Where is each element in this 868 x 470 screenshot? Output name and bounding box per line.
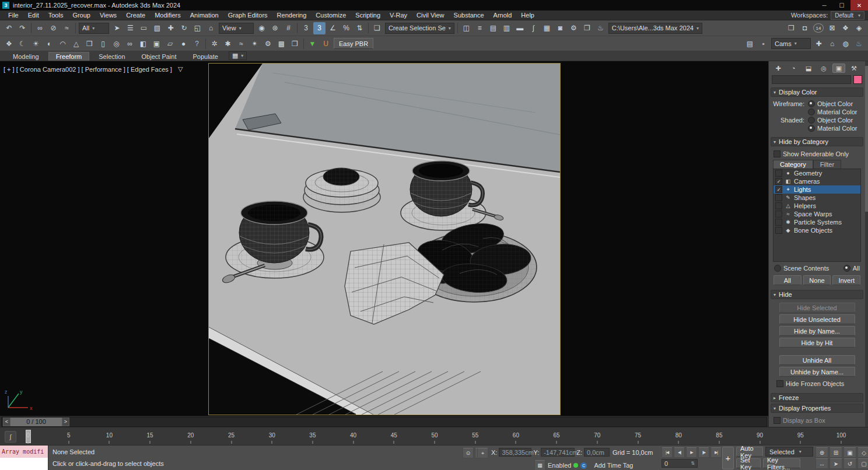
scene-container-icon[interactable]: ❒ xyxy=(785,22,797,34)
radio-shaded-object-color[interactable]: Object Color xyxy=(808,117,857,124)
time-slider-next-arrow[interactable]: > xyxy=(62,418,69,426)
menu-substance[interactable]: Substance xyxy=(449,12,489,19)
hide-frozen-objects-checkbox[interactable]: Hide Frozen Objects xyxy=(776,380,860,387)
category-row-lights[interactable]: ✦Lights xyxy=(774,185,860,194)
mirror-icon[interactable]: ◫ xyxy=(460,22,473,34)
monitor-tool-icon[interactable]: ▣ xyxy=(150,37,163,50)
radio-scene-contents[interactable]: Scene Contents xyxy=(774,265,829,272)
auto-key-button[interactable]: Auto Key xyxy=(736,447,763,457)
key-mode-dropdown[interactable]: Selected▾ xyxy=(765,447,813,457)
menu-views[interactable]: Views xyxy=(95,12,121,19)
bind-tool-icon[interactable]: ∞ xyxy=(124,37,136,50)
door-tool-icon[interactable]: ▯ xyxy=(97,37,109,50)
category-tab-filter[interactable]: Filter xyxy=(813,160,841,169)
camera-tool-icon[interactable]: ◧ xyxy=(137,37,149,50)
display-tab-icon[interactable]: ▣ xyxy=(832,64,845,73)
project-folder-dropdown[interactable]: C:\Users\Ale...3ds Max 2024▾ xyxy=(608,23,702,34)
time-slider-handle[interactable]: 0 / 100 xyxy=(10,418,62,426)
percent-snap-icon[interactable]: % xyxy=(340,22,352,34)
open-mini-curve-editor-icon[interactable]: ∫ xyxy=(5,431,16,443)
corona-icon[interactable]: C xyxy=(580,462,587,469)
tree-scatter-icon[interactable]: ✲ xyxy=(208,37,220,50)
play-animation-button[interactable]: ▶ xyxy=(686,447,697,458)
plate-stack[interactable] xyxy=(303,168,380,212)
select-object-icon[interactable]: ➤ xyxy=(111,22,123,34)
menu-tools[interactable]: Tools xyxy=(44,12,68,19)
render-last-icon[interactable]: ♨ xyxy=(853,37,865,50)
easy-pbr-button[interactable]: Easy PBR xyxy=(334,38,373,49)
menu-edit[interactable]: Edit xyxy=(23,12,44,19)
toolbar-badge-14[interactable]: 14 xyxy=(813,23,824,33)
sphere-tool-icon[interactable]: ● xyxy=(177,37,190,50)
pan-icon[interactable]: ↔ xyxy=(816,458,828,469)
per-view-filter-icon[interactable]: ▽ xyxy=(178,65,183,73)
viewport-area[interactable]: [ + ] [ Corona Camera002 ] [ Performance… xyxy=(0,61,768,416)
half-shade-icon[interactable]: ◐ xyxy=(43,37,55,50)
zoom-extents-icon[interactable]: ▣ xyxy=(844,447,856,458)
y-coordinate-field[interactable]: -147,741cm xyxy=(541,448,575,457)
display-as-box-checkbox[interactable]: Display as Box xyxy=(774,417,860,424)
time-slider-prev-arrow[interactable]: < xyxy=(3,418,10,426)
select-by-name-icon[interactable]: ☰ xyxy=(124,22,136,34)
help-icon[interactable]: ? xyxy=(191,37,203,50)
command-panel-scrollbar[interactable] xyxy=(865,61,868,427)
all-button[interactable]: All xyxy=(774,275,802,285)
gear-tool-icon[interactable]: ⚙ xyxy=(262,37,274,50)
menu-graph-editors[interactable]: Graph Editors xyxy=(223,12,272,19)
spinner-arrows-icon[interactable]: ⇅ xyxy=(691,461,695,466)
render-production-icon[interactable]: ♨ xyxy=(594,22,607,34)
field-of-view-icon[interactable]: ◇ xyxy=(858,447,868,458)
ribbon-tab-freeform[interactable]: Freeform xyxy=(48,52,90,61)
selection-filter-dropdown[interactable]: All▾ xyxy=(79,23,109,34)
undo-icon[interactable]: ↶ xyxy=(3,22,15,34)
radio-wireframe-object-color[interactable]: Object Color xyxy=(808,100,857,107)
unhide-by-name-button[interactable]: Unhide by Name... xyxy=(779,367,855,377)
hide-by-hit-button[interactable]: Hide by Hit xyxy=(779,338,855,348)
category-row-particle-systems[interactable]: ✱Particle Systems xyxy=(774,218,860,226)
ring-tool-icon[interactable]: ◎ xyxy=(110,37,123,50)
time-slider-track[interactable]: < 0 / 100 > xyxy=(1,417,767,427)
category-row-space-warps[interactable]: ≈Space Warps xyxy=(774,210,860,218)
walk-through-icon[interactable]: ➤ xyxy=(830,458,842,469)
curve-editor-icon[interactable]: ∫ xyxy=(527,22,540,34)
radio-all[interactable]: All xyxy=(844,265,860,272)
camera-viewport[interactable] xyxy=(208,63,561,415)
x-coordinate-field[interactable]: 358,335cm xyxy=(499,448,531,457)
hide-by-category-header[interactable]: ▾ Hide by Category xyxy=(771,137,863,146)
add-time-tag-button[interactable]: Add Time Tag xyxy=(594,462,633,469)
category-row-bone-objects[interactable]: ◆Bone Objects xyxy=(774,226,860,234)
snaps-toggle-2d-icon[interactable]: 3 xyxy=(300,22,312,34)
clipboard-icon[interactable]: ❐ xyxy=(289,37,301,50)
next-frame-button[interactable]: |▶ xyxy=(698,447,709,458)
edit-named-selections-icon[interactable]: ❏ xyxy=(371,22,383,34)
viewport-label[interactable]: [ + ] [ Corona Camera002 ] [ Performance… xyxy=(4,65,183,73)
container-tool-icon[interactable]: ❒ xyxy=(83,37,96,50)
set-keys-button[interactable]: + xyxy=(722,447,734,469)
transform-typein-toggle-icon[interactable]: ⌖ xyxy=(477,448,488,458)
menu-group[interactable]: Group xyxy=(68,12,95,19)
go-to-start-button[interactable]: |◀ xyxy=(662,447,673,458)
select-and-rotate-icon[interactable]: ↻ xyxy=(178,22,190,34)
home-grid-icon[interactable]: ⌂ xyxy=(826,37,838,50)
menu-v-ray[interactable]: V-Ray xyxy=(385,12,412,19)
utilities-tab-icon[interactable]: ⚒ xyxy=(848,64,860,73)
angle-snap-icon[interactable]: ∠ xyxy=(327,22,339,34)
modify-tab-icon[interactable]: ◔ xyxy=(787,64,800,73)
select-and-manipulate-icon[interactable]: ⊛ xyxy=(269,22,281,34)
notifications-icon[interactable]: ◈ xyxy=(853,22,865,34)
scrollbar-thumb[interactable] xyxy=(865,66,868,212)
menu-arnold[interactable]: Arnold xyxy=(489,12,517,19)
set-key-button[interactable]: Set Key xyxy=(736,458,761,468)
keyboard-override-icon[interactable]: # xyxy=(282,22,295,34)
material-override-icon[interactable]: ◍ xyxy=(839,37,852,50)
sun-icon[interactable]: ☀ xyxy=(30,37,42,50)
none-button[interactable]: None xyxy=(803,275,831,285)
isolate-selection-toggle-icon[interactable]: ⊙ xyxy=(463,448,474,458)
invert-button[interactable]: Invert xyxy=(832,275,860,285)
hide-selected-button[interactable]: Hide Selected xyxy=(779,303,855,313)
ribbon-tab-selection[interactable]: Selection xyxy=(92,52,132,61)
particle-flow-icon[interactable]: ✱ xyxy=(222,37,234,50)
schematic-view-icon[interactable]: ▦ xyxy=(541,22,553,34)
orbit-icon[interactable]: ↺ xyxy=(844,458,856,469)
menu-civil-view[interactable]: Civil View xyxy=(412,12,449,19)
